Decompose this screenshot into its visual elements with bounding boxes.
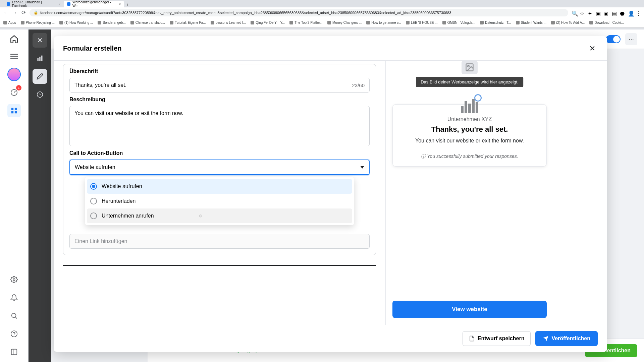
ads-manager-icon[interactable]: [7, 104, 21, 117]
company-logo-icon: [460, 96, 480, 113]
favicon-icon: [67, 2, 70, 6]
cta-dropdown: Website aufrufen Herunterladen Unternehm…: [85, 177, 354, 225]
bookmark-item[interactable]: The Top 3 Platfor...: [289, 21, 323, 24]
bookmark-item[interactable]: Chinese translatio...: [130, 21, 165, 24]
tab-title: Leon R. Chaudhari | Facebook: [12, 0, 56, 8]
bookmark-item[interactable]: Qing Fei De Yi - Y...: [251, 21, 285, 24]
save-draft-button[interactable]: Entwurf speichern: [463, 331, 531, 346]
heading-input[interactable]: Thanks, you're all set. 23/60: [69, 78, 370, 93]
browser-chrome: Leon R. Chaudhari | Facebook× Werbeanzei…: [0, 0, 644, 29]
more-menu-button[interactable]: ⋯: [625, 33, 637, 45]
bookmark-item[interactable]: Student Wants ...: [516, 21, 546, 24]
cta-select[interactable]: Website aufrufen: [69, 160, 370, 175]
bookmark-icon: [130, 21, 134, 24]
svg-point-8: [13, 279, 15, 281]
divider: [401, 150, 538, 150]
close-icon[interactable]: ×: [119, 2, 121, 6]
url-input[interactable]: 🔒facebook.com/adsmanager/manage/ads/edit…: [30, 9, 568, 16]
menu-icon[interactable]: ⋮: [636, 10, 641, 15]
cta-option-call[interactable]: Unternehmen anrufen⊘: [87, 208, 352, 223]
url-bar: ← → ⟳ 🔒facebook.com/adsmanager/manage/ad…: [0, 7, 644, 18]
home-icon[interactable]: [8, 33, 20, 45]
svg-rect-19: [41, 56, 42, 61]
gear-icon[interactable]: [7, 273, 21, 286]
favicon-icon: [7, 2, 10, 6]
modal-close-button[interactable]: [587, 43, 598, 54]
bookmark-item[interactable]: Download - Cooki...: [589, 21, 624, 24]
cta-option-website[interactable]: Website aufrufen: [87, 179, 352, 194]
link-input[interactable]: Einen Link hinzufügen: [69, 234, 370, 249]
bookmark-icon: [59, 21, 63, 24]
preview-tooltip: Das Bild deiner Werbeanzeige wird hier a…: [416, 77, 523, 87]
extension-icon[interactable]: ◉: [604, 10, 608, 15]
bookmark-item[interactable]: Sonderangeb...: [98, 21, 125, 24]
profile-icon[interactable]: 👤: [628, 10, 633, 15]
modal-header: Formular erstellen: [54, 36, 607, 60]
preview-cta-button[interactable]: View website: [392, 301, 547, 318]
bookmark-icon: [289, 21, 293, 24]
bookmark-item[interactable]: Lessons Learned f...: [211, 21, 246, 24]
close-icon[interactable]: ×: [58, 2, 60, 6]
history-icon[interactable]: [33, 87, 47, 102]
bookmark-item[interactable]: Money Changers ...: [327, 21, 362, 24]
bookmark-item[interactable]: Apps: [3, 21, 16, 24]
bookmark-icon: [211, 21, 214, 24]
bookmark-item[interactable]: Phone Recycling ...: [21, 21, 55, 24]
zoom-icon[interactable]: 🔍: [572, 10, 576, 15]
close-editor-button[interactable]: [33, 33, 47, 48]
extension-icon[interactable]: ⬣: [620, 10, 625, 15]
ad-toggle[interactable]: [606, 35, 621, 43]
svg-rect-4: [11, 108, 13, 110]
edit-icon[interactable]: [33, 69, 47, 84]
preview-heading: Thanks, you're all set.: [401, 125, 538, 134]
facebook-left-rail: 1: [0, 29, 29, 362]
bookmark-item[interactable]: Tutorial: Eigene Fa...: [170, 21, 206, 24]
star-icon[interactable]: ☆: [580, 10, 584, 15]
bookmark-item[interactable]: LEE 'S HOUSE ...: [406, 21, 438, 24]
bookmark-icon: [442, 21, 446, 24]
svg-rect-18: [39, 57, 40, 61]
radio-icon: [90, 183, 97, 190]
new-tab-button[interactable]: +: [124, 2, 131, 7]
char-counter: 23/60: [352, 82, 365, 88]
gauge-icon[interactable]: 1: [7, 86, 21, 99]
extension-icon[interactable]: ▤: [612, 10, 616, 15]
bookmark-item[interactable]: How to get more v...: [366, 21, 401, 24]
bookmark-icon: [327, 21, 331, 24]
chart-icon[interactable]: [33, 51, 47, 66]
search-icon[interactable]: [7, 309, 21, 322]
publish-form-button[interactable]: Veröffentlichen: [535, 331, 598, 346]
reload-icon[interactable]: ⟳: [21, 10, 26, 15]
hamburger-menu-icon[interactable]: [7, 50, 21, 63]
form-pane: Überschrift Thanks, you're all set. 23/6…: [54, 61, 386, 325]
editor-rail: [29, 29, 51, 362]
bookmark-item[interactable]: (1) How Working ...: [59, 21, 93, 24]
description-textarea[interactable]: You can visit our website or exit the fo…: [69, 106, 370, 146]
collapse-icon[interactable]: [7, 345, 21, 359]
svg-rect-2: [10, 58, 18, 59]
cta-option-download[interactable]: Herunterladen: [87, 194, 352, 208]
browser-tab-1[interactable]: Werbeanzeigenmanager - We×: [64, 1, 124, 7]
bookmark-icon: [170, 21, 173, 24]
forward-icon[interactable]: →: [12, 10, 17, 15]
browser-tab-0[interactable]: Leon R. Chaudhari | Facebook×: [3, 1, 64, 7]
avatar[interactable]: [7, 68, 21, 81]
extension-icon[interactable]: ✦: [588, 10, 592, 15]
bookmark-icon: [21, 21, 24, 24]
svg-line-10: [15, 317, 17, 319]
section-divider: [63, 265, 376, 266]
back-icon[interactable]: ←: [3, 10, 9, 15]
bell-icon[interactable]: [7, 291, 21, 304]
option-label: Unternehmen anrufen: [102, 213, 154, 219]
bookmark-icon: [251, 21, 254, 24]
bookmark-item[interactable]: (2) How To Add A...: [551, 21, 585, 24]
extension-icon[interactable]: ▣: [596, 10, 600, 15]
svg-rect-13: [11, 349, 17, 355]
bookmark-item[interactable]: GMSN - Vologda...: [442, 21, 475, 24]
save-draft-label: Entwurf speichern: [478, 336, 525, 342]
option-label: Website aufrufen: [102, 183, 142, 189]
bookmark-icon: [406, 21, 410, 24]
modal-footer: Entwurf speichern Veröffentlichen: [54, 325, 607, 352]
help-icon[interactable]: [7, 327, 21, 341]
bookmark-item[interactable]: Datenschutz - T...: [480, 21, 511, 24]
